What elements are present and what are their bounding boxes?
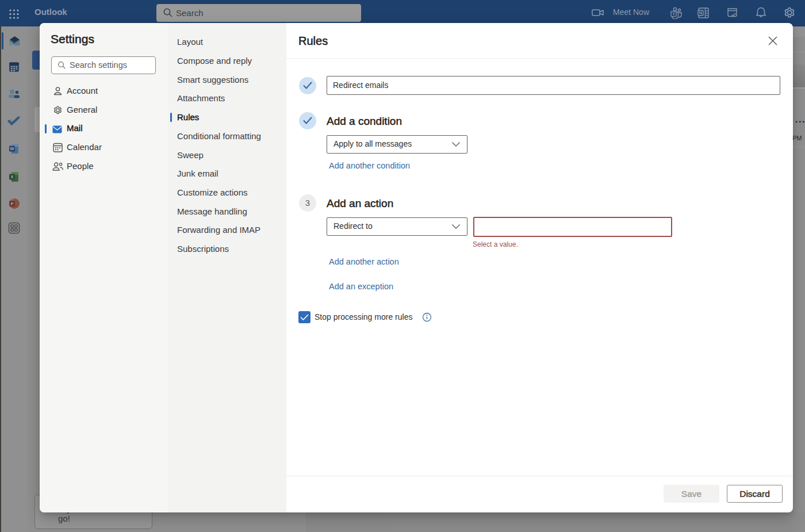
svg-text:X: X — [10, 174, 13, 179]
svg-text:W: W — [10, 146, 14, 151]
svg-text:T: T — [672, 12, 675, 17]
svg-text:P: P — [10, 201, 13, 206]
svg-text:N: N — [699, 10, 702, 16]
